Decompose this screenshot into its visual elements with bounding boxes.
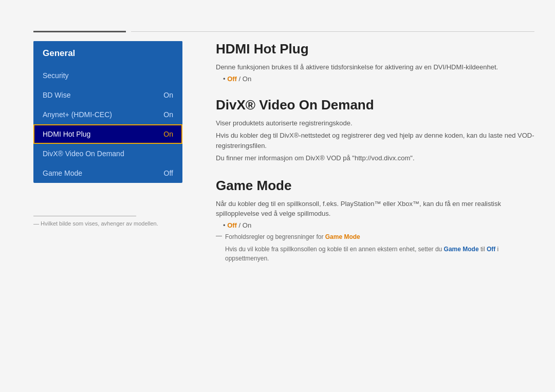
sidebar-header: General bbox=[33, 41, 182, 66]
footnote-divider bbox=[33, 216, 136, 216]
game-sep: / bbox=[237, 221, 243, 229]
note-2-bold2: Off bbox=[487, 246, 495, 253]
divx-desc-2: Hvis du kobler deg til DivX®-nettstedet … bbox=[216, 130, 534, 151]
section-game-mode: Game Mode Når du kobler deg til en spill… bbox=[216, 178, 534, 263]
hdmi-sep: / bbox=[237, 75, 243, 83]
main-content: HDMI Hot Plug Denne funksjonen brukes ti… bbox=[216, 41, 534, 277]
divx-title: DivX® Video On Demand bbox=[216, 97, 534, 113]
sidebar-item-hdmi-hot-plug-value: On bbox=[163, 130, 173, 138]
game-off-label: Off bbox=[227, 221, 237, 229]
sidebar-item-divx[interactable]: DivX® Video On Demand bbox=[33, 144, 182, 163]
note-1-bold: Game Mode bbox=[325, 233, 360, 240]
sidebar-item-security[interactable]: Security bbox=[33, 66, 182, 85]
sidebar: General Security BD Wise On Anynet+ (HDM… bbox=[33, 41, 182, 183]
note-dash-1: ― bbox=[216, 232, 222, 239]
divx-desc-3: Du finner mer informasjon om DivX® VOD p… bbox=[216, 153, 534, 163]
game-mode-desc: Når du kobler deg til en spillkonsoll, f… bbox=[216, 199, 534, 219]
sidebar-item-bd-wise[interactable]: BD Wise On bbox=[33, 85, 182, 105]
footnote-text: ― Hvilket bilde som vises, avhenger av m… bbox=[33, 220, 182, 227]
sidebar-item-anynet[interactable]: Anynet+ (HDMI-CEC) On bbox=[33, 105, 182, 124]
footnote-area: ― Hvilket bilde som vises, avhenger av m… bbox=[33, 216, 182, 227]
hdmi-hot-plug-bullet: Off / On bbox=[223, 75, 534, 83]
sidebar-item-divx-label: DivX® Video On Demand bbox=[43, 150, 124, 158]
section-hdmi-hot-plug: HDMI Hot Plug Denne funksjonen brukes ti… bbox=[216, 41, 534, 83]
sidebar-item-hdmi-hot-plug[interactable]: HDMI Hot Plug On bbox=[33, 124, 182, 144]
hdmi-hot-plug-title: HDMI Hot Plug bbox=[216, 41, 534, 57]
game-mode-title: Game Mode bbox=[216, 178, 534, 194]
note-2-bold: Game Mode bbox=[444, 246, 479, 253]
top-bar-accent bbox=[33, 31, 126, 32]
sidebar-item-game-mode[interactable]: Game Mode Off bbox=[33, 163, 182, 183]
game-mode-bullet: Off / On bbox=[223, 221, 534, 229]
sidebar-item-bd-wise-value: On bbox=[163, 91, 173, 99]
hdmi-hot-plug-desc: Denne funksjonen brukes til å aktivere t… bbox=[216, 62, 534, 72]
section-divx: DivX® Video On Demand Viser produktets a… bbox=[216, 97, 534, 163]
hdmi-on-label: On bbox=[243, 75, 251, 83]
note-2-prefix: Hvis du vil koble fra spillkonsollen og … bbox=[225, 246, 444, 253]
sidebar-item-security-label: Security bbox=[43, 71, 69, 80]
note-2-mid: til bbox=[479, 246, 487, 253]
sidebar-item-bd-wise-label: BD Wise bbox=[43, 91, 70, 99]
sidebar-item-game-mode-value: Off bbox=[164, 169, 173, 177]
top-bar bbox=[33, 31, 534, 32]
game-mode-note-1: ― Forholdsregler og begrensninger for Ga… bbox=[216, 232, 534, 241]
hdmi-off-label: Off bbox=[227, 75, 237, 83]
game-mode-note-2: Hvis du vil koble fra spillkonsollen og … bbox=[216, 245, 534, 263]
game-on-label: On bbox=[243, 221, 251, 229]
note-1-prefix: Forholdsregler og begrensninger for bbox=[225, 233, 325, 240]
note-text-2: Hvis du vil koble fra spillkonsollen og … bbox=[225, 245, 534, 263]
sidebar-item-hdmi-hot-plug-label: HDMI Hot Plug bbox=[43, 130, 90, 138]
sidebar-item-anynet-value: On bbox=[163, 110, 173, 119]
sidebar-item-anynet-label: Anynet+ (HDMI-CEC) bbox=[43, 110, 112, 119]
note-text-1: Forholdsregler og begrensninger for Game… bbox=[225, 232, 360, 241]
sidebar-item-game-mode-label: Game Mode bbox=[43, 169, 82, 177]
top-bar-line bbox=[131, 31, 534, 32]
divx-desc-1: Viser produktets autoriserte registrerin… bbox=[216, 118, 534, 128]
